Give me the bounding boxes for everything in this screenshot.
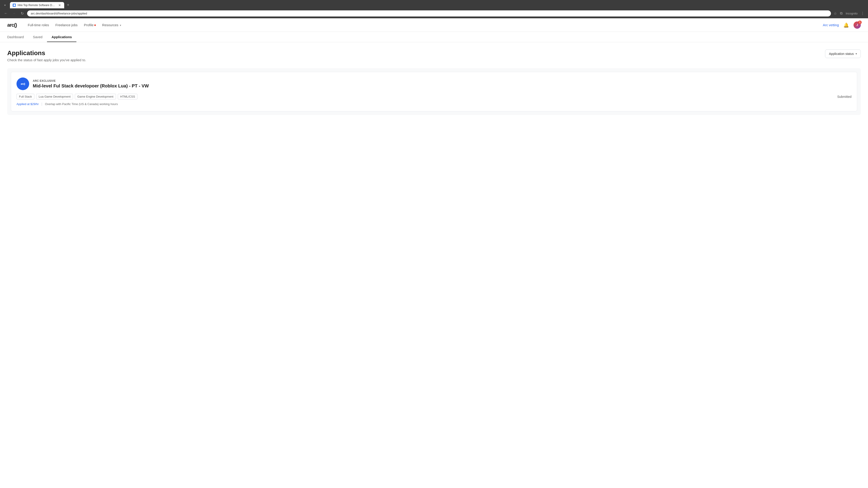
avatar[interactable]: J 1 <box>854 22 861 29</box>
status-badge: Submitted <box>837 95 851 98</box>
tag-full-stack: Full Stack <box>17 94 34 99</box>
browser-chrome: ▾ ⬤ Hire Top Remote Software Dev... ✕ + … <box>0 0 868 18</box>
nav-link-freelance[interactable]: Freelance jobs <box>55 22 78 28</box>
page-title-section: Applications Check the status of fast ap… <box>7 50 86 62</box>
extensions-button[interactable]: ⧉ <box>839 10 843 16</box>
avatar-initial: J <box>856 23 858 27</box>
page-header: Applications Check the status of fast ap… <box>7 50 861 62</box>
forward-button[interactable]: → <box>11 10 17 17</box>
job-title[interactable]: Mid-level Ful Stack developoer (Roblox L… <box>33 84 851 89</box>
browser-tab-left: ▾ <box>2 2 8 8</box>
company-logo-text: arc() <box>21 83 25 85</box>
card-header: arc() Arc Exclusive Mid-level Ful Stack … <box>17 77 851 90</box>
incognito-indicator: Incognito <box>845 11 859 16</box>
tag-lua: Lua Game Development <box>36 94 73 99</box>
subnav-link-dashboard[interactable]: Dashboard <box>7 32 28 42</box>
nav-link-profile[interactable]: Profile <box>84 22 96 28</box>
browser-toolbar: ← → ↻ ☆ ⧉ Incognito ⋮ <box>0 8 868 18</box>
address-bar[interactable] <box>27 10 831 17</box>
tab-title: Hire Top Remote Software Dev... <box>18 4 56 7</box>
subnav-link-saved[interactable]: Saved <box>28 32 47 42</box>
tag-game-engine: Game Engine Development <box>75 94 116 99</box>
nav-links: Full-time roles Freelance jobs Profile R… <box>28 22 815 28</box>
nav-right: Arc vetting 🔔 J 1 <box>823 22 861 29</box>
bookmark-button[interactable]: ☆ <box>833 10 838 17</box>
top-nav: arc() Full-time roles Freelance jobs Pro… <box>0 18 868 32</box>
notification-bell-button[interactable]: 🔔 <box>842 22 850 29</box>
tab-favicon: ⬤ <box>13 4 16 7</box>
profile-dot-indicator <box>94 24 96 26</box>
card-footer: Applied at $29/hr | Overlap with Pacific… <box>17 102 851 106</box>
sub-nav: Dashboard Saved Applications <box>0 32 868 42</box>
separator: | <box>41 102 42 106</box>
subnav-link-applications[interactable]: Applications <box>47 32 76 42</box>
nav-link-full-time[interactable]: Full-time roles <box>28 22 49 28</box>
filter-button-label: Application status <box>829 52 854 56</box>
page-subtitle: Check the status of fast apply jobs you'… <box>7 58 86 62</box>
filter-chevron-icon: ▾ <box>856 52 857 55</box>
applications-container: arc() Arc Exclusive Mid-level Ful Stack … <box>7 68 861 115</box>
main-content: Applications Check the status of fast ap… <box>0 42 868 122</box>
page-title: Applications <box>7 50 86 57</box>
tag-html-css: HTML/CSS <box>118 94 138 99</box>
nav-link-resources[interactable]: Resources ▾ <box>102 22 121 28</box>
back-button[interactable]: ← <box>3 10 9 17</box>
tab-close-button[interactable]: ✕ <box>58 3 61 7</box>
app: arc() Full-time roles Freelance jobs Pro… <box>0 18 868 486</box>
avatar-badge: 1 <box>858 21 862 24</box>
card-body: Full Stack Lua Game Development Game Eng… <box>17 94 851 99</box>
nav-link-resources-label: Resources <box>102 23 119 27</box>
application-status-filter-button[interactable]: Application status ▾ <box>825 50 861 58</box>
browser-tab-bar: ▾ ⬤ Hire Top Remote Software Dev... ✕ + <box>0 0 868 8</box>
new-tab-button[interactable]: + <box>65 2 71 8</box>
browser-menu-button[interactable]: ⋮ <box>860 10 865 17</box>
overlap-text: Overlap with Pacific Time (US & Canada) … <box>45 102 118 106</box>
resources-chevron-icon: ▾ <box>120 24 121 27</box>
company-logo: arc() <box>17 77 29 90</box>
applied-rate-link[interactable]: Applied at $29/hr <box>17 102 39 106</box>
arc-vetting-link[interactable]: Arc vetting <box>823 23 839 27</box>
reload-button[interactable]: ↻ <box>19 10 25 17</box>
tab-list-button[interactable]: ▾ <box>2 2 8 8</box>
browser-active-tab[interactable]: ⬤ Hire Top Remote Software Dev... ✕ <box>10 2 64 8</box>
logo: arc() <box>7 22 17 28</box>
browser-toolbar-right: ☆ ⧉ Incognito ⋮ <box>833 10 865 17</box>
application-card: arc() Arc Exclusive Mid-level Ful Stack … <box>11 72 857 111</box>
exclusive-badge: Arc Exclusive <box>33 79 851 83</box>
nav-link-profile-label: Profile <box>84 23 94 27</box>
tags-container: Full Stack Lua Game Development Game Eng… <box>17 94 137 99</box>
card-header-info: Arc Exclusive Mid-level Ful Stack develo… <box>33 79 851 89</box>
